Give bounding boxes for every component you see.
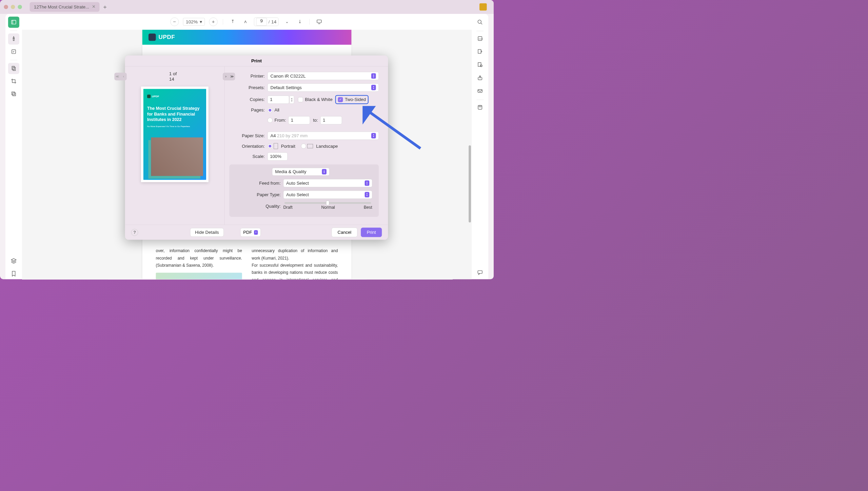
present-icon[interactable]: [315, 18, 323, 26]
crop-icon[interactable]: [8, 76, 19, 87]
bw-checkbox[interactable]: [298, 97, 303, 102]
close-tab-icon[interactable]: ✕: [92, 4, 95, 9]
page-total: 14: [271, 19, 276, 24]
vertical-scrollbar[interactable]: [468, 59, 472, 279]
pdf-dropdown-button[interactable]: PDF▼: [240, 228, 261, 237]
edit-text-icon[interactable]: [8, 46, 19, 57]
svg-rect-0: [12, 20, 16, 24]
doc-image: [156, 273, 242, 279]
pages-to-input[interactable]: 1: [320, 116, 342, 124]
hide-details-button[interactable]: Hide Details: [190, 228, 224, 237]
preview-thumbnail: UPDF The Most Crucial Strategy for Banks…: [141, 86, 209, 182]
pages-to-label: to:: [313, 118, 318, 123]
quality-label: Quality:: [229, 203, 283, 208]
scale-label: Scale:: [229, 154, 268, 159]
window-controls: [4, 5, 22, 9]
doc-text: For successful development and sustainab…: [252, 262, 338, 279]
svg-rect-8: [317, 20, 321, 23]
quality-slider[interactable]: [284, 202, 371, 204]
page-input[interactable]: 9: [256, 18, 267, 26]
first-page-icon[interactable]: ⤒: [229, 18, 237, 26]
right-sidebar: OCR: [472, 14, 488, 279]
two-sided-checkbox[interactable]: ✓: [338, 97, 343, 102]
next-page-icon[interactable]: ⌄: [283, 18, 291, 26]
svg-rect-21: [478, 271, 482, 274]
feed-label: Feed from:: [229, 181, 283, 186]
print-settings-panel: Printer: Canon iR C3222L▲▼ Presets: Defa…: [224, 66, 388, 225]
svg-rect-14: [478, 49, 481, 53]
pages-from-label: From:: [274, 118, 286, 123]
close-window-button[interactable]: [4, 5, 8, 9]
pages-label: Pages:: [229, 107, 268, 112]
svg-rect-6: [12, 92, 15, 95]
two-sided-label: Two-Sided: [345, 97, 366, 102]
minimize-window-button[interactable]: [11, 5, 15, 9]
quality-normal: Normal: [321, 205, 335, 210]
papertype-select[interactable]: Auto Select▲▼: [283, 191, 372, 199]
cancel-button[interactable]: Cancel: [332, 228, 357, 237]
doc-logo-icon: [149, 34, 156, 41]
section-select[interactable]: Media & Quality▲▼: [272, 168, 330, 176]
landscape-label: Landscape: [316, 143, 338, 148]
search-icon[interactable]: [474, 17, 486, 28]
document-tab[interactable]: 12The Most Crucial Strate... ✕: [30, 2, 100, 12]
organize-pages-icon[interactable]: [8, 63, 19, 74]
email-icon[interactable]: [474, 85, 486, 97]
copies-label: Copies:: [229, 97, 268, 102]
doc-header: UPDF: [142, 30, 352, 45]
zoom-in-button[interactable]: +: [209, 18, 218, 26]
ocr-icon[interactable]: OCR: [474, 33, 486, 44]
zoom-out-button[interactable]: −: [170, 18, 179, 26]
two-sided-highlight: ✓ Two-Sided: [335, 95, 369, 104]
papersize-select[interactable]: A4210 by 297 mm▲▼: [268, 131, 379, 140]
layers-icon[interactable]: [8, 255, 19, 267]
portrait-icon: [274, 143, 278, 149]
pages-from-radio[interactable]: [268, 118, 273, 123]
presets-label: Presets:: [229, 85, 268, 90]
papertype-label: Paper Type:: [229, 192, 283, 197]
protect-icon[interactable]: [474, 59, 486, 70]
pages-all-radio[interactable]: [268, 108, 273, 113]
print-preview-panel: ≪ ‹ 1 of 14 › ≫ UPDF The Most Crucial St…: [125, 66, 225, 225]
svg-rect-7: [13, 93, 16, 96]
save-icon[interactable]: [474, 102, 486, 113]
brand-icon: [479, 3, 487, 11]
left-sidebar: [5, 14, 22, 279]
prev-page-icon[interactable]: ʌ: [241, 18, 250, 26]
orientation-label: Orientation:: [229, 143, 268, 148]
svg-rect-2: [13, 38, 14, 41]
bw-label: Black & White: [305, 97, 332, 102]
printer-label: Printer:: [229, 73, 268, 78]
zoom-select[interactable]: 102%▾: [183, 18, 205, 26]
print-button[interactable]: Print: [361, 228, 382, 237]
maximize-window-button[interactable]: [18, 5, 22, 9]
copies-stepper[interactable]: ▲▼: [290, 96, 294, 104]
add-tab-button[interactable]: ＋: [101, 3, 109, 11]
thumbnails-icon[interactable]: [8, 17, 19, 28]
presets-select[interactable]: Default Settings▲▼: [268, 83, 379, 91]
help-button[interactable]: ?: [131, 229, 138, 236]
preview-first-button[interactable]: ≪: [114, 73, 120, 80]
bookmark-icon[interactable]: [8, 268, 19, 279]
printer-select[interactable]: Canon iR C3222L▲▼: [268, 72, 379, 80]
landscape-radio[interactable]: [301, 144, 306, 149]
comment-icon[interactable]: [474, 267, 486, 278]
svg-line-11: [481, 23, 482, 24]
portrait-radio[interactable]: [268, 144, 273, 149]
pages-all-label: All: [274, 107, 279, 112]
scale-input[interactable]: 100%: [268, 152, 288, 161]
quality-best: Best: [364, 205, 372, 210]
feed-select[interactable]: Auto Select▲▼: [283, 179, 372, 187]
svg-rect-19: [478, 105, 482, 109]
share-icon[interactable]: [474, 72, 486, 83]
highlighter-icon[interactable]: [8, 33, 19, 44]
last-page-icon[interactable]: ⤓: [296, 18, 304, 26]
copies-input[interactable]: 1: [268, 96, 289, 104]
preview-prev-button[interactable]: ‹: [120, 73, 126, 80]
doc-text: unnecessary duplication of information a…: [252, 247, 338, 262]
toolbar: − 102%▾ + ⤒ ʌ 9 / 14 ⌄ ⤓: [22, 14, 472, 30]
stack-icon[interactable]: [8, 88, 19, 100]
pages-from-input[interactable]: 1: [288, 116, 310, 124]
quality-draft: Draft: [283, 205, 293, 210]
convert-icon[interactable]: [474, 46, 486, 57]
